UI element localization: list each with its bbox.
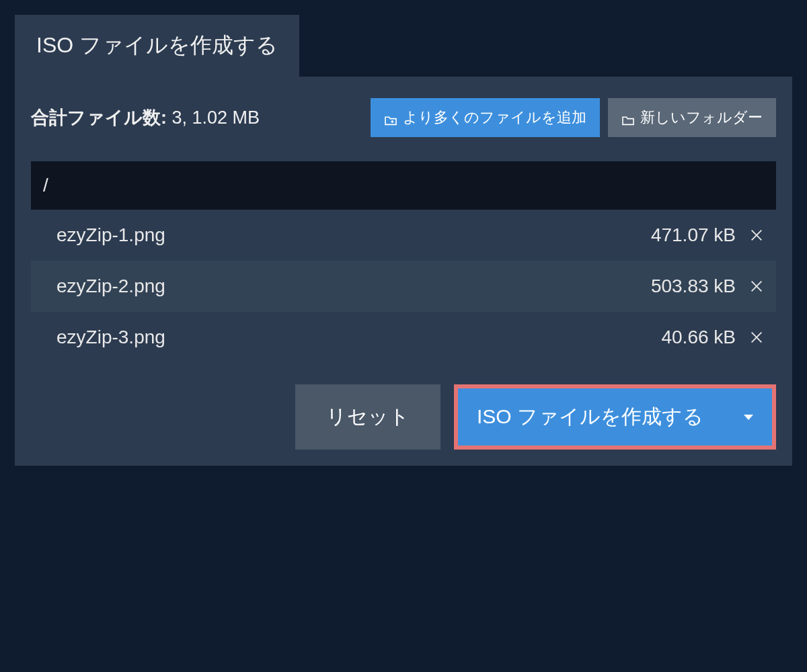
tab-title: ISO ファイルを作成する xyxy=(36,33,278,57)
caret-down-icon xyxy=(744,415,753,420)
reset-button[interactable]: リセット xyxy=(295,384,440,450)
file-row: ezyZip-2.png 503.83 kB xyxy=(31,261,776,312)
header-buttons: より多くのファイルを追加 新しいフォルダー xyxy=(371,98,776,137)
file-name: ezyZip-1.png xyxy=(56,224,165,246)
header-row: 合計ファイル数: 3, 1.02 MB より多くのファイルを追加 xyxy=(31,98,776,137)
current-path: / xyxy=(43,175,48,196)
file-count-label: 合計ファイル数: xyxy=(31,108,167,128)
file-size: 471.07 kB xyxy=(651,224,736,246)
file-row-right: 471.07 kB xyxy=(651,224,764,246)
create-iso-label: ISO ファイルを作成する xyxy=(477,403,703,431)
file-row: ezyZip-1.png 471.07 kB xyxy=(31,210,776,261)
folder-icon xyxy=(621,112,635,123)
file-size: 40.66 kB xyxy=(661,327,736,348)
remove-file-icon[interactable] xyxy=(749,228,764,243)
tab-create-iso[interactable]: ISO ファイルを作成する xyxy=(15,15,299,77)
add-files-label: より多くのファイルを追加 xyxy=(403,108,586,128)
file-count-value: 3, 1.02 MB xyxy=(172,108,260,128)
create-iso-highlight: ISO ファイルを作成する xyxy=(454,384,776,450)
footer-row: リセット ISO ファイルを作成する xyxy=(31,384,776,450)
main-panel: 合計ファイル数: 3, 1.02 MB より多くのファイルを追加 xyxy=(15,77,792,466)
file-name: ezyZip-3.png xyxy=(56,327,165,348)
add-files-button[interactable]: より多くのファイルを追加 xyxy=(371,98,600,137)
create-iso-button[interactable]: ISO ファイルを作成する xyxy=(458,388,772,446)
new-folder-button[interactable]: 新しいフォルダー xyxy=(608,98,776,137)
file-row-right: 40.66 kB xyxy=(661,327,764,348)
folder-plus-icon xyxy=(384,112,397,123)
file-count-summary: 合計ファイル数: 3, 1.02 MB xyxy=(31,106,260,130)
file-list: / ezyZip-1.png 471.07 kB ezyZip-2.png 50… xyxy=(31,161,776,363)
file-size: 503.83 kB xyxy=(651,276,736,297)
file-row: ezyZip-3.png 40.66 kB xyxy=(31,312,776,363)
path-row[interactable]: / xyxy=(31,161,776,210)
file-row-right: 503.83 kB xyxy=(651,276,764,297)
file-name: ezyZip-2.png xyxy=(56,276,165,297)
reset-label: リセット xyxy=(326,403,410,431)
new-folder-label: 新しいフォルダー xyxy=(640,108,763,128)
remove-file-icon[interactable] xyxy=(749,330,764,345)
remove-file-icon[interactable] xyxy=(749,279,764,294)
